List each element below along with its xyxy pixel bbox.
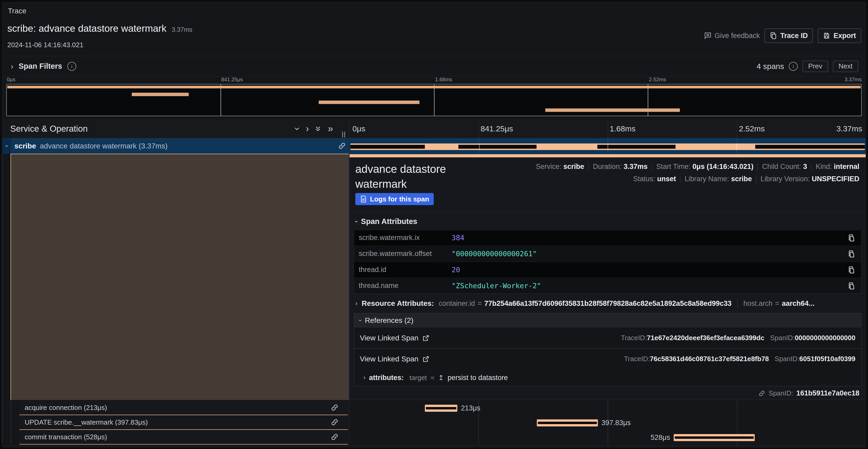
- span-id-value: 161b5911e7a0ec18: [797, 389, 859, 397]
- info-icon[interactable]: i: [789, 62, 798, 71]
- external-link-icon: [422, 355, 430, 363]
- chevron-down-icon: ›: [4, 145, 10, 147]
- minimap-gridline: [221, 85, 221, 116]
- span-meta-line1: Service: scribeDuration: 3.37msStart Tim…: [536, 160, 859, 173]
- minimap-span-bar: [319, 100, 419, 104]
- chevron-down-icon: ›: [358, 320, 363, 321]
- service-operation-title: Service & Operation: [10, 124, 88, 134]
- root-operation-name: advance datastore watermark (3.37ms): [40, 138, 167, 154]
- resource-attributes-row[interactable]: › Resource Attributes: container.id = 77…: [355, 299, 814, 308]
- page-title: scribe: advance datastore watermark: [7, 23, 166, 34]
- root-self-segment: [597, 145, 676, 149]
- span-link-icon[interactable]: [331, 433, 339, 441]
- child-span-bar[interactable]: [537, 419, 598, 426]
- root-span-bar[interactable]: [350, 144, 865, 150]
- next-span-button[interactable]: Next: [833, 61, 858, 72]
- prev-span-button[interactable]: Prev: [802, 61, 828, 72]
- child-span-row[interactable]: acquire connection (213μs): [20, 400, 348, 415]
- span-meta-line2: Status: unsetLibrary Name: scribeLibrary…: [536, 173, 859, 185]
- reference-row: View Linked Span TraceID:71e67e2420deeef…: [354, 328, 861, 349]
- axis-tick: 1.68ms: [435, 77, 452, 83]
- axis-tick: 1.68ms: [610, 124, 636, 133]
- copy-icon[interactable]: [847, 249, 856, 258]
- trace-detail-page: Trace scribe: advance datastore watermar…: [0, 0, 868, 449]
- root-self-segment: [350, 145, 425, 149]
- axis-tick: 841.25μs: [221, 77, 243, 83]
- span-link-icon[interactable]: [331, 403, 339, 412]
- export-button[interactable]: Export: [818, 28, 861, 43]
- axis-tick: 0μs: [352, 124, 365, 133]
- span-count: 4 spans: [756, 62, 784, 71]
- root-collapse-cell[interactable]: ›: [2, 138, 11, 154]
- attribute-row: scribe.watermark.offset "000000000000000…: [354, 246, 861, 262]
- panel-resize-handle[interactable]: [342, 132, 345, 138]
- root-self-segment: [755, 145, 865, 149]
- save-icon: [823, 32, 830, 39]
- span-duration-label: 213μs: [461, 405, 480, 412]
- root-self-segment: [458, 145, 536, 149]
- span-link-icon[interactable]: [331, 418, 339, 426]
- bar-gridline: [608, 144, 608, 150]
- axis-tick: 2.52ms: [649, 77, 666, 83]
- child-span-bar[interactable]: [425, 405, 457, 412]
- chevron-right-icon: ›: [11, 62, 13, 71]
- attribute-row: scribe.watermark.ix 384: [354, 230, 861, 245]
- expand-deep-icon[interactable]: »: [328, 124, 333, 133]
- chevron-right-icon: ›: [355, 300, 358, 307]
- minimap-axis: 0μs 841.25μs 1.68ms 2.52ms 3.37ms: [6, 77, 862, 83]
- minimap-box[interactable]: [6, 84, 862, 116]
- view-linked-span-link[interactable]: View Linked Span: [360, 355, 430, 363]
- axis-tick: 2.52ms: [739, 124, 765, 133]
- give-feedback-button[interactable]: Give feedback: [704, 31, 760, 40]
- collapse-deep-icon[interactable]: »: [314, 126, 323, 131]
- info-icon[interactable]: i: [67, 62, 76, 71]
- span-attributes-table: scribe.watermark.ix 384 scribe.watermark…: [354, 230, 862, 294]
- trace-timestamp: 2024-11-06 14:16:43.021: [7, 41, 83, 49]
- minimap-root-bar: [7, 86, 861, 88]
- attribute-type-icon: ↥: [438, 374, 444, 382]
- tree-indent-guide: [2, 154, 2, 445]
- child-bars-area: 213μs397.83μs528μs: [349, 400, 866, 446]
- tree-indent-guide: [10, 400, 11, 445]
- trace-duration: 3.37ms: [172, 26, 192, 33]
- view-linked-span-link[interactable]: View Linked Span: [360, 334, 430, 342]
- references-section: › References (2) View Linked Span TraceI…: [354, 313, 862, 386]
- feedback-icon: [704, 31, 712, 40]
- collapse-all-icon[interactable]: ›: [293, 127, 302, 130]
- service-operation-header: Service & Operation › › » »: [2, 119, 349, 138]
- copy-icon[interactable]: [847, 281, 856, 290]
- attribute-row: thread.name "ZScheduler-Worker-2": [354, 278, 861, 294]
- span-filters-toggle[interactable]: › Span Filters i: [11, 56, 76, 76]
- reference-attributes-row[interactable]: › attributes: target = ↥ persist to data…: [354, 369, 861, 386]
- span-link-icon[interactable]: [338, 142, 346, 150]
- bar-gridline: [479, 144, 479, 150]
- logs-for-span-button[interactable]: Logs for this span: [355, 193, 434, 205]
- reference-ids: TraceID:76c58361d46c08761c37ef5821e8fb78…: [624, 355, 856, 363]
- copy-icon[interactable]: [847, 233, 856, 242]
- child-span-bar[interactable]: [674, 434, 755, 441]
- span-attributes-header[interactable]: › Span Attributes: [355, 217, 417, 226]
- expand-all-icon[interactable]: ›: [306, 124, 309, 133]
- timeline-axis: 0μs 841.25μs 1.68ms 2.52ms 3.37ms: [349, 119, 866, 138]
- link-icon: [758, 390, 766, 397]
- expanded-span-region: [10, 154, 349, 400]
- external-link-icon: [422, 334, 430, 342]
- trace-id-button[interactable]: Trace ID: [765, 28, 813, 43]
- axis-tick: 3.37ms: [837, 124, 862, 133]
- references-header[interactable]: › References (2): [354, 313, 861, 328]
- axis-gridline: [478, 119, 479, 138]
- child-span-row[interactable]: commit transaction (528μs): [20, 430, 348, 445]
- axis-gridline: [608, 119, 608, 138]
- copy-icon: [770, 32, 777, 39]
- breadcrumb: Trace: [8, 7, 27, 15]
- span-id-footer: SpanID: 161b5911e7a0ec18: [758, 389, 859, 397]
- minimap-gridline: [434, 85, 435, 116]
- span-meta: Service: scribeDuration: 3.37msStart Tim…: [536, 160, 859, 185]
- root-service-name: scribe: [14, 138, 36, 154]
- copy-icon[interactable]: [847, 265, 856, 274]
- child-span-row[interactable]: UPDATE scribe.__watermark (397.83μs): [20, 415, 348, 430]
- span-duration-label: 528μs: [651, 434, 670, 441]
- divider: [349, 212, 866, 212]
- axis-tick: 841.25μs: [481, 124, 513, 133]
- span-duration-label: 397.83μs: [601, 419, 631, 426]
